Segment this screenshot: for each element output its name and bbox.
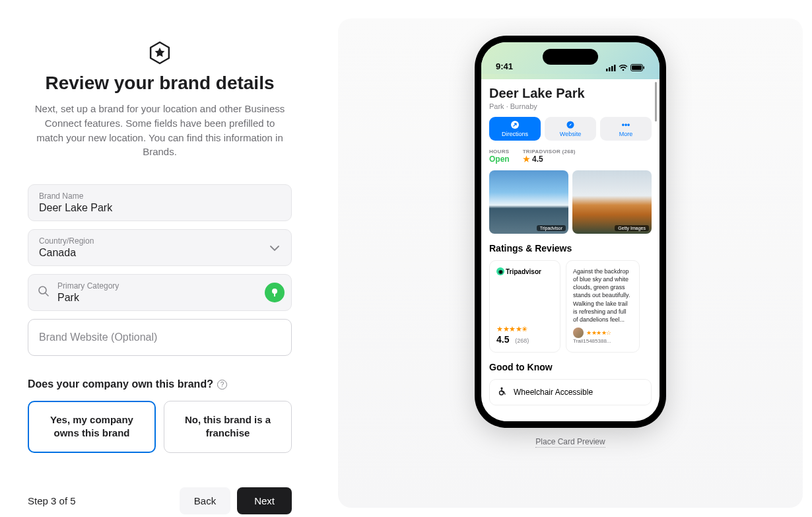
review-card[interactable]: Against the backdrop of blue sky and whi… bbox=[566, 260, 640, 353]
svg-rect-6 bbox=[609, 67, 611, 71]
gtk-section-title: Good to Know bbox=[489, 362, 652, 372]
country-label: Country/Region bbox=[39, 236, 261, 246]
page-subtitle: Next, set up a brand for your location a… bbox=[28, 102, 292, 159]
status-time: 9:41 bbox=[496, 61, 513, 71]
website-field[interactable]: Brand Website (Optional) bbox=[28, 319, 292, 356]
photo-thumb[interactable]: Tripadvisor bbox=[489, 170, 568, 234]
rating-summary: ★ 4.5 bbox=[523, 155, 576, 164]
rating-summary-card[interactable]: ◉ Tripadvisor ★★★★✬ 4.5 (268) bbox=[489, 260, 560, 353]
step-label: Step 3 of 5 bbox=[28, 495, 76, 506]
compass-icon bbox=[566, 120, 575, 129]
option-no-button[interactable]: No, this brand is a franchise bbox=[164, 401, 292, 453]
svg-line-2 bbox=[46, 293, 48, 296]
search-icon bbox=[38, 285, 50, 300]
owl-icon: ◉ bbox=[496, 267, 504, 275]
summary-count: (268) bbox=[515, 337, 529, 344]
phone-frame: 9:41 Deer Lake Park Park · Burnaby bbox=[475, 36, 666, 428]
hours-value: Open bbox=[489, 155, 510, 164]
place-title: Deer Lake Park bbox=[489, 86, 652, 101]
ratings-section-title: Ratings & Reviews bbox=[489, 243, 652, 254]
page-title: Review your brand details bbox=[28, 73, 292, 94]
svg-rect-7 bbox=[611, 66, 613, 71]
svg-rect-5 bbox=[606, 69, 608, 71]
hours-label: HOURS bbox=[489, 149, 510, 155]
option-yes-button[interactable]: Yes, my company owns this brand bbox=[28, 401, 156, 453]
svg-rect-12 bbox=[644, 67, 645, 69]
thumb-source-badge: Getty Images bbox=[615, 225, 649, 231]
more-button[interactable]: ••• More bbox=[600, 117, 652, 141]
photo-thumb[interactable]: Getty Images bbox=[572, 170, 652, 234]
review-author: Trail15485388... bbox=[573, 338, 632, 345]
category-value: Park bbox=[57, 292, 79, 303]
directions-icon bbox=[510, 120, 520, 129]
country-field[interactable]: Country/Region Canada bbox=[28, 229, 292, 266]
preview-caption: Place Card Preview bbox=[535, 437, 605, 448]
scroll-indicator bbox=[655, 82, 657, 121]
dynamic-island bbox=[543, 49, 598, 65]
svg-rect-4 bbox=[274, 293, 275, 296]
summary-rating: 4.5 bbox=[496, 334, 509, 345]
brand-name-label: Brand Name bbox=[39, 191, 281, 201]
back-button[interactable]: Back bbox=[180, 487, 230, 514]
directions-button[interactable]: Directions bbox=[489, 117, 541, 141]
preview-panel: 9:41 Deer Lake Park Park · Burnaby bbox=[338, 18, 803, 508]
svg-point-1 bbox=[39, 287, 46, 294]
rating-source-label: TRIPADVISOR (268) bbox=[523, 149, 576, 155]
more-icon: ••• bbox=[621, 120, 630, 129]
next-button[interactable]: Next bbox=[237, 487, 292, 514]
star-icon: ★ bbox=[523, 155, 530, 164]
avatar bbox=[573, 327, 584, 338]
form-panel: Review your brand details Next, set up a… bbox=[0, 0, 320, 517]
website-button[interactable]: Website bbox=[545, 117, 596, 141]
svg-rect-11 bbox=[632, 65, 642, 70]
svg-rect-8 bbox=[614, 65, 616, 71]
gtk-card: Wheelchair Accessible bbox=[489, 379, 652, 405]
status-icons bbox=[606, 64, 645, 71]
country-value: Canada bbox=[39, 247, 76, 258]
brand-badge-icon bbox=[28, 40, 292, 66]
stars-icon: ★★★★✬ bbox=[496, 325, 553, 333]
ownership-question: Does your company own this brand? bbox=[28, 378, 213, 390]
help-icon[interactable]: ? bbox=[217, 380, 227, 390]
wheelchair-icon bbox=[498, 386, 507, 398]
chevron-down-icon bbox=[270, 242, 279, 254]
svg-point-9 bbox=[623, 69, 625, 71]
tree-icon bbox=[265, 283, 285, 302]
gtk-item-text: Wheelchair Accessible bbox=[514, 388, 593, 397]
brand-name-value: Deer Lake Park bbox=[39, 202, 112, 213]
place-subtitle: Park · Burnaby bbox=[489, 102, 652, 110]
review-text: Against the backdrop of blue sky and whi… bbox=[573, 267, 632, 324]
thumb-source-badge: Tripadvisor bbox=[537, 225, 566, 231]
stars-icon: ★★★★☆ bbox=[586, 329, 611, 337]
category-label: Primary Category bbox=[57, 281, 258, 291]
category-field[interactable]: Primary Category Park bbox=[28, 274, 292, 311]
brand-name-field[interactable]: Brand Name Deer Lake Park bbox=[28, 184, 292, 221]
tripadvisor-logo: ◉ Tripadvisor bbox=[496, 267, 553, 275]
svg-point-3 bbox=[272, 289, 277, 294]
website-placeholder: Brand Website (Optional) bbox=[39, 331, 157, 343]
